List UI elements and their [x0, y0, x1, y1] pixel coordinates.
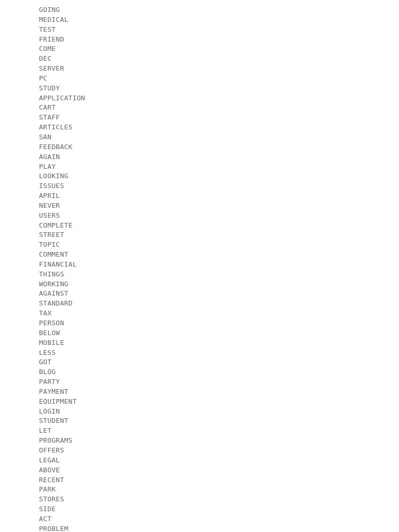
list-item: MEDICAL [39, 15, 360, 25]
list-item: LOGIN [39, 407, 360, 417]
list-item: LEGAL [39, 456, 360, 466]
list-item: STREET [39, 230, 360, 240]
list-item: OFFERS [39, 446, 360, 456]
word-list: GOINGMEDICALTESTFRIENDCOMEDECSERVERPCSTU… [39, 5, 360, 532]
list-item: THINGS [39, 270, 360, 280]
list-item: NEVER [39, 201, 360, 211]
list-item: WORKING [39, 280, 360, 289]
list-item: PERSON [39, 318, 360, 328]
list-item: STUDY [39, 84, 360, 94]
list-item: ACT [39, 514, 360, 524]
list-item: DEC [39, 54, 360, 64]
list-item: BLOG [39, 367, 360, 377]
list-item: STUDENT [39, 416, 360, 426]
list-item: PAYMENT [39, 387, 360, 397]
list-item: PROGRAMS [39, 436, 360, 446]
list-item: LET [39, 426, 360, 436]
list-item: TOPIC [39, 240, 360, 250]
list-item: SAN [39, 132, 360, 142]
list-item: COMMENT [39, 250, 360, 260]
list-item: USERS [39, 211, 360, 221]
list-item: APRIL [39, 191, 360, 201]
list-item: AGAIN [39, 152, 360, 162]
list-item: BELOW [39, 328, 360, 338]
list-item: PROBLEM [39, 524, 360, 532]
list-item: PLAY [39, 162, 360, 172]
list-item: STANDARD [39, 299, 360, 309]
list-item: STAFF [39, 113, 360, 123]
list-item: COME [39, 44, 360, 54]
list-item: SERVER [39, 64, 360, 74]
list-item: CART [39, 103, 360, 113]
list-item: PC [39, 74, 360, 84]
list-item: ARTICLES [39, 123, 360, 132]
list-item: ISSUES [39, 181, 360, 191]
list-item: STORES [39, 495, 360, 504]
list-item: AGAINST [39, 289, 360, 299]
list-item: FEEDBACK [39, 142, 360, 152]
list-item: TEST [39, 25, 360, 35]
list-item: PARK [39, 485, 360, 495]
list-item: GOT [39, 357, 360, 367]
list-item: FRIEND [39, 35, 360, 45]
list-item: EQUIPMENT [39, 397, 360, 407]
list-item: TAX [39, 309, 360, 318]
list-item: MOBILE [39, 338, 360, 348]
list-item: SIDE [39, 504, 360, 514]
list-item: PARTY [39, 377, 360, 387]
list-item: GOING [39, 5, 360, 15]
list-item: FINANCIAL [39, 260, 360, 270]
list-item: LOOKING [39, 171, 360, 181]
list-item: APPLICATION [39, 94, 360, 103]
list-item: RECENT [39, 475, 360, 485]
list-item: COMPLETE [39, 221, 360, 231]
list-item: ABOVE [39, 466, 360, 475]
list-item: LESS [39, 348, 360, 358]
